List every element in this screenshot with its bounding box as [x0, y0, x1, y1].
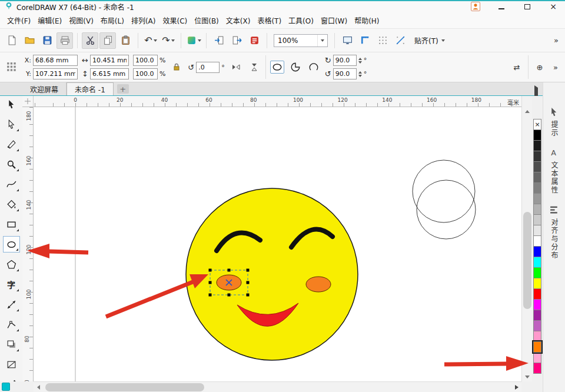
color-swatch[interactable]	[533, 129, 541, 141]
color-swatch[interactable]	[533, 331, 541, 342]
ruler-origin-button[interactable]	[22, 96, 34, 107]
color-swatch[interactable]	[533, 341, 541, 353]
ellipse-mode-button[interactable]	[270, 61, 284, 74]
color-swatch[interactable]	[533, 246, 541, 257]
lock-ratio-button[interactable]	[170, 61, 184, 74]
redo-dropdown[interactable]	[171, 39, 175, 42]
color-swatch[interactable]	[533, 204, 541, 215]
zoom-level-select[interactable]: 100%	[274, 34, 328, 47]
menu-item[interactable]: 帮助(H)	[351, 14, 383, 27]
document-tab[interactable]: 欢迎屏幕	[22, 82, 67, 95]
menu-item[interactable]: 表格(T)	[254, 14, 285, 27]
rectangle-tool[interactable]	[3, 216, 20, 232]
add-options-button[interactable]: ⊕	[533, 61, 547, 74]
no-color-swatch[interactable]: ×	[533, 119, 541, 130]
pick-tool[interactable]	[3, 96, 20, 112]
bezier-tool[interactable]	[3, 316, 20, 333]
application-launcher-button[interactable]	[185, 32, 202, 49]
docker-tab[interactable]: 对齐与分布	[549, 205, 559, 260]
redo-button[interactable]: ↷	[160, 32, 177, 49]
export-button[interactable]	[228, 32, 245, 49]
new-tab-button[interactable]: +	[117, 84, 129, 94]
toolbar-overflow-button[interactable]: »	[551, 36, 561, 45]
smiley-right-cheek[interactable]	[306, 277, 331, 292]
mirror-horizontal-button[interactable]	[229, 61, 243, 74]
color-swatch[interactable]	[533, 161, 541, 172]
menu-item[interactable]: 效果(C)	[159, 14, 191, 27]
new-document-button[interactable]	[4, 32, 20, 49]
color-swatch[interactable]	[533, 172, 541, 183]
outline-circle-1[interactable]	[413, 160, 475, 222]
color-swatch[interactable]	[533, 299, 541, 310]
print-button[interactable]	[56, 32, 73, 49]
close-button[interactable]: ×	[549, 2, 558, 11]
import-button[interactable]	[211, 32, 227, 49]
scroll-left-button[interactable]	[34, 382, 43, 392]
outline-circle-2[interactable]	[417, 180, 476, 239]
smart-fill-tool[interactable]	[3, 196, 20, 212]
color-swatch[interactable]	[533, 257, 541, 268]
color-swatch[interactable]	[533, 310, 541, 321]
show-grid-button[interactable]	[374, 32, 391, 49]
change-direction-button[interactable]: ⇄	[510, 61, 524, 74]
color-swatch[interactable]	[533, 278, 541, 289]
vertical-scroll-thumb[interactable]	[523, 212, 531, 309]
end-angle-input[interactable]	[333, 68, 357, 79]
color-swatch[interactable]	[533, 267, 541, 278]
menu-item[interactable]: 布局(L)	[97, 14, 128, 27]
copy-button[interactable]	[99, 32, 116, 49]
shape-tool[interactable]	[3, 116, 20, 132]
launcher-dropdown[interactable]	[198, 39, 201, 42]
zoom-dropdown-arrow[interactable]	[317, 35, 327, 46]
scale-y-input[interactable]	[133, 68, 158, 79]
color-swatch[interactable]	[533, 193, 541, 204]
docker-tab[interactable]: 提示	[549, 107, 559, 137]
end-angle-spinner[interactable]	[358, 71, 362, 77]
color-swatch[interactable]	[533, 214, 541, 225]
x-position-input[interactable]	[33, 55, 78, 66]
maximize-button[interactable]	[523, 2, 532, 11]
horizontal-scrollbar[interactable]	[34, 381, 521, 392]
drawing-canvas[interactable]	[34, 107, 521, 381]
dimension-tool[interactable]	[3, 296, 20, 313]
drop-shadow-tool[interactable]	[3, 336, 20, 353]
horizontal-scroll-thumb[interactable]	[45, 383, 204, 391]
object-width-input[interactable]	[90, 55, 129, 66]
pie-mode-button[interactable]	[288, 61, 303, 74]
undo-button[interactable]: ↶	[142, 32, 159, 49]
paste-button[interactable]	[117, 32, 134, 49]
menu-item[interactable]: 视图(V)	[65, 14, 97, 27]
user-account-icon[interactable]	[471, 2, 480, 11]
snap-to-dropdown[interactable]: 贴齐(T)	[410, 35, 450, 45]
color-swatch[interactable]	[533, 151, 541, 162]
menu-item[interactable]: 编辑(E)	[34, 14, 65, 27]
zoom-tool[interactable]	[3, 156, 20, 172]
expand-docker-button[interactable]	[534, 88, 538, 96]
open-button[interactable]	[21, 32, 38, 49]
transparency-tool[interactable]	[3, 356, 20, 373]
text-tool[interactable]: 字	[3, 276, 20, 293]
undo-dropdown[interactable]	[154, 39, 157, 42]
menu-item[interactable]: 文件(F)	[4, 14, 34, 27]
dynamic-guides-button[interactable]	[392, 32, 408, 49]
rotation-angle-input[interactable]	[196, 62, 220, 73]
object-height-input[interactable]	[90, 68, 129, 79]
menu-item[interactable]: 工具(O)	[285, 14, 317, 27]
menu-item[interactable]: 排列(A)	[128, 14, 159, 27]
save-button[interactable]	[39, 32, 55, 49]
scroll-right-button[interactable]	[512, 382, 521, 392]
horizontal-ruler[interactable]: 毫米 020406080100120140160180	[34, 96, 521, 107]
start-angle-spinner[interactable]	[358, 58, 362, 64]
color-swatch[interactable]	[533, 182, 541, 194]
color-swatch[interactable]	[533, 225, 541, 236]
color-swatch[interactable]	[533, 140, 541, 151]
ellipse-tool[interactable]	[3, 236, 20, 253]
minimize-button[interactable]	[497, 2, 506, 11]
crop-tool[interactable]	[3, 136, 20, 152]
color-swatch[interactable]	[533, 288, 541, 300]
menu-item[interactable]: 位图(B)	[191, 14, 222, 27]
start-angle-input[interactable]	[333, 55, 357, 66]
scroll-up-button[interactable]	[522, 107, 533, 116]
mirror-vertical-button[interactable]	[247, 61, 261, 74]
freehand-tool[interactable]	[3, 176, 20, 192]
